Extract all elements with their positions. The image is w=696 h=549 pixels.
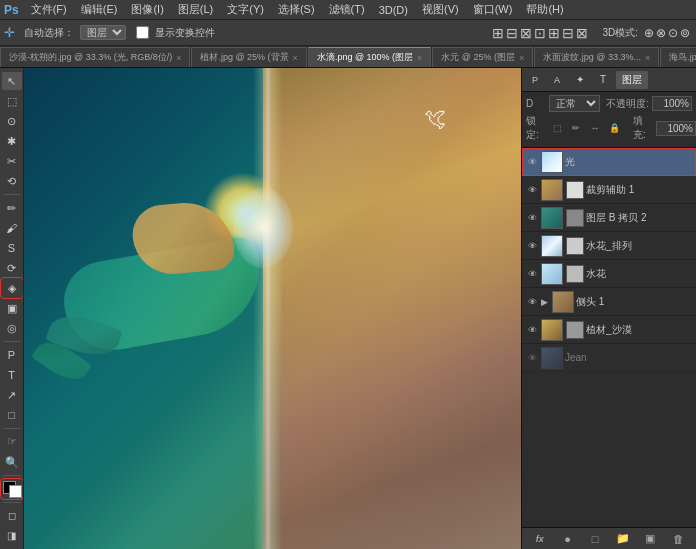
new-mask-button[interactable]: □ [586,530,604,548]
panel-tab-layers[interactable]: 图层 [616,71,648,89]
3d-label: 3D模式: [602,26,638,40]
layer-eye-2[interactable]: 👁 [525,211,539,225]
lock-icon-1[interactable]: ⬚ [549,120,565,136]
panel-tab-char[interactable]: A [548,73,566,87]
layer-thumb-0 [541,151,563,173]
layer-item-5[interactable]: 👁 ▶ 侧头 1 [522,288,696,316]
eyedropper-btn[interactable]: ⟲ [2,172,22,190]
pen-btn[interactable]: P [2,346,22,364]
menu-bar: Ps 文件(F) 编辑(E) 图像(I) 图层(L) 文字(Y) 选择(S) 滤… [0,0,696,20]
layer-eye-6[interactable]: 👁 [525,323,539,337]
menu-window[interactable]: 窗口(W) [467,0,519,19]
layer-thumb-1 [541,179,563,201]
3d-icons: ⊕⊗⊙⊚ [644,26,692,40]
layer-name-2: 图层 B 拷贝 2 [586,211,693,225]
transform-label: 显示变换控件 [155,26,215,40]
zoom-btn[interactable]: 🔍 [2,453,22,471]
new-layer-button[interactable]: ▣ [641,530,659,548]
left-toolbar: ↖ ⬚ ⊙ ✱ ✂ ⟲ ✏ 🖌 S ⟳ ◈ ▣ ◎ P T ↗ □ ☞ 🔍 ◻ … [0,68,24,549]
fx-button[interactable]: fx [531,530,549,548]
layer-name-0: 光 [565,155,693,169]
layers-list[interactable]: 👁 光 👁 裁剪辅助 1 👁 图层 B 拷贝 2 👁 [522,148,696,527]
menu-layer[interactable]: 图层(L) [172,0,219,19]
layer-item-4[interactable]: 👁 水花 [522,260,696,288]
text-btn[interactable]: T [2,366,22,384]
menu-text[interactable]: 文字(Y) [221,0,270,19]
layer-item-2[interactable]: 👁 图层 B 拷贝 2 [522,204,696,232]
layer-eye-4[interactable]: 👁 [525,267,539,281]
fill-input[interactable] [656,121,696,136]
menu-view[interactable]: 视图(V) [416,0,465,19]
layer-name-4: 水花 [586,267,693,281]
new-adjustment-button[interactable]: ● [558,530,576,548]
layer-item-0[interactable]: 👁 光 [522,148,696,176]
menu-filter[interactable]: 滤镜(T) [323,0,371,19]
fill-label: 填充: [633,114,653,142]
layer-item-7[interactable]: 👁 Jean [522,344,696,372]
history-brush-btn[interactable]: ⟳ [2,259,22,277]
panel-tab-history[interactable]: T [594,72,612,87]
panel-tab-type[interactable]: P [526,73,544,87]
layer-thumb-5 [552,291,574,313]
lock-icon-3[interactable]: ↔ [587,120,603,136]
shape-btn[interactable]: □ [2,406,22,424]
auto-select-dropdown[interactable]: 图层 [80,25,126,40]
layer-eye-1[interactable]: 👁 [525,183,539,197]
layer-mask-1 [566,181,584,199]
transform-checkbox[interactable] [136,26,149,39]
dodge-btn[interactable]: ◎ [2,319,22,337]
blend-mode-select[interactable]: 正常 叠加 滤色 [549,95,600,112]
mode-btn-2[interactable]: ◨ [2,527,22,545]
panel-tab-style[interactable]: ✦ [570,72,590,87]
tab-2[interactable]: 水滴.png @ 100% (图层 × [308,47,431,67]
new-group-button[interactable]: 📁 [614,530,632,548]
menu-3d[interactable]: 3D(D) [373,0,414,19]
marquee-tool-btn[interactable]: ⬚ [2,92,22,110]
layer-item-1[interactable]: 👁 裁剪辅助 1 [522,176,696,204]
hand-btn[interactable]: ☞ [2,433,22,451]
lock-icon-2[interactable]: ✏ [568,120,584,136]
clone-stamp-btn[interactable]: S [2,239,22,257]
color-swatch-area[interactable] [2,480,22,498]
tab-4[interactable]: 水面波纹.jpg @ 33.3%... × [534,47,659,67]
lock-icon-4[interactable]: 🔒 [606,120,622,136]
layer-name-5: 侧头 1 [576,295,693,309]
canvas-area[interactable]: 🕊 [24,68,521,549]
healing-brush-btn[interactable]: ✏ [2,199,22,217]
main-area: ↖ ⬚ ⊙ ✱ ✂ ⟲ ✏ 🖌 S ⟳ ◈ ▣ ◎ P T ↗ □ ☞ 🔍 ◻ … [0,68,696,549]
tab-3[interactable]: 水元 @ 25% (图层 × [432,47,533,67]
layer-eye-7[interactable]: 👁 [525,351,539,365]
auto-select-label: 自动选择： [24,26,74,40]
layer-eye-0[interactable]: 👁 [525,155,539,169]
eraser-btn[interactable]: ◈ [2,279,22,297]
tab-5[interactable]: 海鸟.jpg @ 33.3%... × [660,47,696,67]
menu-image[interactable]: 图像(I) [125,0,169,19]
layer-item-3[interactable]: 👁 水花_排列 [522,232,696,260]
menu-select[interactable]: 选择(S) [272,0,321,19]
mode-btn-1[interactable]: ◻ [2,507,22,525]
path-select-btn[interactable]: ↗ [2,386,22,404]
layers-controls: D 正常 叠加 滤色 不透明度: 锁定: ⬚ ✏ ↔ 🔒 填充: [522,92,696,148]
brush-btn[interactable]: 🖌 [2,219,22,237]
menu-edit[interactable]: 编辑(E) [75,0,124,19]
delete-layer-button[interactable]: 🗑 [669,530,687,548]
lasso-tool-btn[interactable]: ⊙ [2,112,22,130]
layer-item-6[interactable]: 👁 植材_沙漠 [522,316,696,344]
magic-wand-btn[interactable]: ✱ [2,132,22,150]
gradient-btn[interactable]: ▣ [2,299,22,317]
menu-file[interactable]: 文件(F) [25,0,73,19]
layer-mask-4 [566,265,584,283]
layer-eye-3[interactable]: 👁 [525,239,539,253]
tab-1[interactable]: 植材.jpg @ 25% (背景 × [191,47,306,67]
crop-tool-btn[interactable]: ✂ [2,152,22,170]
sky-side [263,68,521,549]
move-tool-btn[interactable]: ↖ [2,72,22,90]
menu-help[interactable]: 帮助(H) [520,0,569,19]
tab-0[interactable]: 沙漠-枕朔的.jpg @ 33.3% (光, RGB/8位/) × [0,47,190,67]
split-line [253,68,283,549]
layer-name-1: 裁剪辅助 1 [586,183,693,197]
layer-eye-5[interactable]: 👁 [525,295,539,309]
opacity-input[interactable] [652,96,692,111]
layer-thumb-7 [541,347,563,369]
right-panel: P A ✦ T 图层 D 正常 叠加 滤色 不透明度: 锁定: ⬚ [521,68,696,549]
